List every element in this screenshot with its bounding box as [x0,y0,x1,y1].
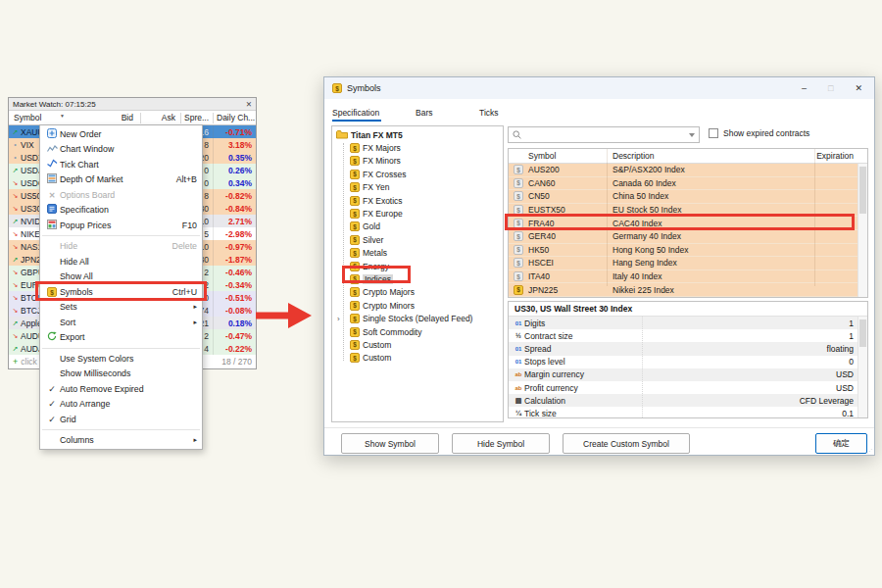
tree-item-fx-europe[interactable]: $ FX Europe [332,207,503,220]
menu-item-options-board[interactable]: ✕ Options Board [40,187,202,203]
menu-item-chart-window[interactable]: Chart Window [40,142,202,158]
tree-item-fx-crosses[interactable]: $ FX Crosses [332,168,503,180]
tree-item-fx-minors[interactable]: $ FX Minors [332,155,503,168]
symbol-group-icon: $ [350,340,360,350]
tree-item-crypto-minors[interactable]: $ Crypto Minors [332,299,503,312]
show-symbol-button[interactable]: Show Symbol [341,433,439,454]
tree-item-fx-majors[interactable]: $ FX Majors [332,141,503,154]
daily-change-value: -0.84% [225,204,252,214]
description-cell: Germany 40 Index [607,231,867,241]
filter-caret-icon[interactable]: ▼ [60,113,65,119]
tab-bars[interactable]: Bars [408,108,471,124]
tree-item-label: Custom [363,340,391,350]
menu-item-use-system-colors[interactable]: Use System Colors [40,351,202,367]
column-description[interactable]: Description [607,151,812,161]
tree-item-gold[interactable]: $ Gold [332,220,503,233]
menu-item-sets[interactable]: Sets▸ [40,300,202,316]
ok-button[interactable]: 确定 [815,433,867,454]
spread-value: 4 [204,344,209,354]
spec-row-spread: 01 Spread floating [509,342,867,355]
scrollbar-thumb[interactable] [859,167,866,214]
close-icon[interactable]: ✕ [855,83,862,93]
search-input[interactable] [525,130,685,140]
chevron-down-icon[interactable] [689,133,695,137]
menu-item-label: Sort [60,318,75,327]
menu-item-label: New Order [60,129,102,139]
daily-change-value: -0.47% [225,331,252,341]
hide-symbol-button[interactable]: Hide Symbol [452,433,550,454]
menu-item-hide[interactable]: HideDelete [40,239,202,255]
symbol-group-icon: $ [350,287,360,297]
expander-icon[interactable]: › [337,315,340,323]
tree-item-label: Gold [363,221,380,231]
menu-item-new-order[interactable]: New Order [40,126,202,142]
menu-item-sort[interactable]: Sort▸ [40,315,202,330]
tree-item-crypto-majors[interactable]: $ Crypto Majors [332,286,503,299]
chart-window-icon [47,144,58,155]
symbol-group-icon: $ [350,156,360,166]
table-scrollbar[interactable] [858,164,867,297]
menu-item-auto-remove-expired[interactable]: ✓ Auto Remove Expired [40,381,202,397]
menu-item-auto-arrange[interactable]: ✓ Auto Arrange [40,397,202,413]
menu-separator [42,348,200,349]
tree-root[interactable]: Titan FX MT5 [332,128,503,141]
highlight-box-fra40 [505,214,855,230]
symbol-group-icon: $ [350,327,360,337]
show-expired-checkbox[interactable] [709,128,718,138]
spread-value: 8 [204,191,209,201]
tree-item-metals[interactable]: $ Metals [332,247,503,260]
tab-ticks[interactable]: Ticks [471,108,530,124]
menu-item-grid[interactable]: ✓ Grid [40,412,202,427]
tree-item-single-stocks-delayed-feed-[interactable]: › $ Single Stocks (Delayed Feed) [332,312,503,324]
column-daily-change[interactable]: Daily Ch... [217,113,255,122]
daily-change-value: -0.71% [225,127,252,137]
trend-down-icon: ↘ [11,243,20,251]
close-icon[interactable]: ✕ [246,100,252,109]
menu-item-specification[interactable]: Specification [40,203,202,219]
menu-item-columns[interactable]: Columns▸ [40,433,202,449]
column-symbol[interactable]: Symbol [509,151,607,161]
highlight-box-symbols-menu [35,281,207,301]
column-ask[interactable]: Ask [162,113,175,122]
tree-item-fx-exotics[interactable]: $ FX Exotics [332,194,503,207]
menu-item-label: Tick Chart [60,160,99,170]
create-custom-symbol-button[interactable]: Create Custom Symbol [563,433,690,454]
spec-scrollbar[interactable] [858,317,867,417]
description-cell: Hang Seng Index [607,258,867,268]
checkmark-icon: ✓ [48,399,56,409]
symbol-counter: 18 / 270 [221,357,252,367]
column-spread[interactable]: Spre... [184,113,209,122]
property-type-icon: ½ [513,332,524,339]
minimize-icon[interactable]: – [802,83,807,93]
tree-item-label: FX Exotics [363,196,403,206]
description-cell: China 50 Index [607,191,867,201]
add-symbol-icon[interactable]: + [13,357,18,367]
menu-item-show-milliseconds[interactable]: Show Milliseconds [40,367,202,382]
menu-item-depth-of-market[interactable]: Depth Of MarketAlt+B [40,172,202,188]
daily-change-value: 0.34% [228,178,252,188]
resize-grip-icon[interactable]: ⋰ [866,447,872,454]
menu-item-tick-chart[interactable]: Tick Chart [40,157,202,172]
menu-item-popup-prices[interactable]: Popup PricesF10 [40,218,202,233]
tree-item-custom[interactable]: $ Custom [332,352,503,365]
menu-item-hide-all[interactable]: Hide All [40,254,202,270]
property-type-icon: ab [513,371,524,377]
column-symbol[interactable]: Symbol [14,113,41,122]
dialog-titlebar: $ Symbols – □ ✕ [324,77,874,99]
menu-item-label: Popup Prices [60,220,111,230]
tree-item-fx-yen[interactable]: $ FX Yen [332,181,503,194]
scrollbar-thumb[interactable] [859,319,866,347]
tree-item-silver[interactable]: $ Silver [332,233,503,246]
symbol-icon: $ [514,258,523,268]
symbol-cell: AUS200 [528,165,607,174]
column-bid[interactable]: Bid [122,113,133,122]
tab-specification[interactable]: Specification [324,108,408,124]
column-expiration[interactable]: Expiration [812,151,867,161]
spread-value: 8 [204,140,209,150]
symbol-icon: $ [514,191,523,201]
menu-item-export[interactable]: Export [40,330,202,346]
tree-item-soft-commodity[interactable]: $ Soft Commodity [332,325,503,338]
property-label: Tick size [524,409,557,418]
trend-up-icon: ↗ [11,218,20,225]
tree-item-custom[interactable]: $ Custom [332,338,503,351]
